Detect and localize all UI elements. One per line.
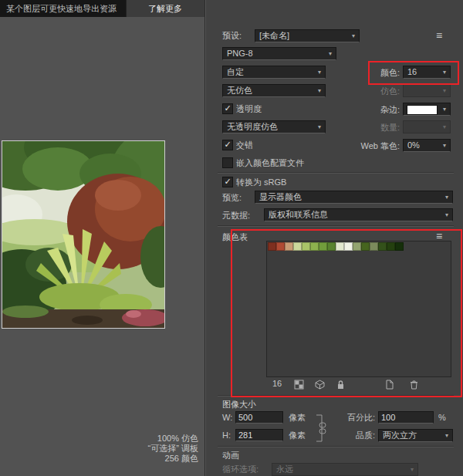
color-swatch[interactable] xyxy=(336,242,344,251)
height-label: H: xyxy=(222,429,231,442)
chevron-down-icon xyxy=(316,121,323,133)
color-swatch[interactable] xyxy=(302,242,310,251)
colors-value: 16 xyxy=(407,67,417,76)
status-palette: “可选择” 调板 xyxy=(46,444,198,454)
notification-message: 某个图层可更快速地导出资源 xyxy=(6,0,117,17)
color-swatch[interactable] xyxy=(276,242,285,251)
web-snap-label: Web 靠色: xyxy=(332,140,400,153)
loop-label: 循环选项: xyxy=(222,463,259,476)
metadata-label: 元数据: xyxy=(222,209,250,222)
animation-title: 动画 xyxy=(222,450,239,461)
quality-label: 品质: xyxy=(330,429,375,442)
format-dropdown[interactable]: PNG-8 xyxy=(222,47,336,60)
matte-dropdown[interactable] xyxy=(403,103,451,116)
status-colors: 256 颜色 xyxy=(46,454,198,464)
amount-label: 数量: xyxy=(340,121,400,134)
new-color-icon[interactable] xyxy=(384,380,395,390)
web-shift-icon[interactable] xyxy=(315,380,326,390)
color-swatch[interactable] xyxy=(353,242,361,251)
preview-label: 预览: xyxy=(222,191,242,204)
chevron-down-icon xyxy=(408,464,416,475)
transparency-checkbox[interactable] xyxy=(222,103,233,114)
chevron-down-icon xyxy=(441,66,448,78)
color-swatch[interactable] xyxy=(395,242,404,251)
chevron-down-icon xyxy=(316,85,323,96)
quality-dropdown[interactable]: 两次立方 xyxy=(378,429,453,442)
link-dimensions-icon xyxy=(313,413,329,447)
quality-value: 两次立方 xyxy=(383,430,417,440)
chevron-down-icon xyxy=(443,209,451,221)
transparency-dither-dropdown[interactable]: 无透明度仿色 xyxy=(222,120,326,133)
color-swatch[interactable] xyxy=(319,242,327,251)
colors-label: 颜色: xyxy=(340,66,400,79)
color-table-title: 颜色表 xyxy=(222,231,248,242)
delete-color-icon[interactable] xyxy=(409,380,420,390)
interlaced-checkbox[interactable] xyxy=(222,140,233,150)
color-swatch[interactable] xyxy=(285,242,293,251)
web-snap-dropdown[interactable]: 0% xyxy=(403,139,451,152)
preview-status: 100% 仿色 “可选择” 调板 256 颜色 xyxy=(46,434,198,464)
chevron-down-icon xyxy=(443,430,451,441)
dither-mode-dropdown[interactable]: 无仿色 xyxy=(222,84,326,97)
matte-label: 杂边: xyxy=(340,103,400,116)
transparency-dither-value: 无透明度仿色 xyxy=(227,122,278,131)
color-swatch[interactable] xyxy=(268,242,276,251)
transparency-label: 透明度 xyxy=(236,103,262,116)
color-table[interactable] xyxy=(266,241,451,377)
divider xyxy=(218,446,454,447)
height-input[interactable] xyxy=(235,429,283,441)
status-dither: 100% 仿色 xyxy=(46,434,198,444)
dither-label: 仿色: xyxy=(340,85,400,98)
panel-menu-icon[interactable] xyxy=(432,29,446,42)
color-swatch[interactable] xyxy=(370,242,378,251)
amount-dropdown-disabled xyxy=(403,120,451,133)
format-value: PNG-8 xyxy=(227,49,253,58)
color-swatch[interactable] xyxy=(378,242,387,251)
preset-dropdown[interactable]: [未命名] xyxy=(255,29,360,42)
interlaced-label: 交错 xyxy=(236,139,253,152)
learn-more-button[interactable]: 了解更多 xyxy=(126,0,204,17)
palette-dropdown[interactable]: 自定 xyxy=(222,66,326,79)
lock-color-icon[interactable] xyxy=(336,380,346,390)
color-swatch[interactable] xyxy=(327,242,336,251)
color-swatch-strip xyxy=(268,242,404,251)
palette-value: 自定 xyxy=(227,67,244,76)
divider xyxy=(218,395,454,396)
dither-mode-value: 无仿色 xyxy=(227,86,252,95)
preview-dropdown[interactable]: 显示器颜色 xyxy=(255,191,453,204)
percent-label: 百分比: xyxy=(330,411,375,424)
colors-dropdown[interactable]: 16 xyxy=(403,66,451,79)
color-count: 16 xyxy=(272,379,282,388)
color-swatch[interactable] xyxy=(387,242,395,251)
width-unit: 像素 xyxy=(289,411,306,424)
chevron-down-icon xyxy=(441,85,448,96)
chevron-down-icon xyxy=(326,48,334,59)
divider xyxy=(218,225,454,226)
preview-value: 显示器颜色 xyxy=(259,192,302,201)
color-swatch[interactable] xyxy=(310,242,319,251)
chevron-down-icon xyxy=(441,121,448,133)
width-input[interactable] xyxy=(235,411,283,424)
loop-dropdown-disabled: 永远 xyxy=(272,463,418,476)
color-swatch[interactable] xyxy=(293,242,302,251)
divider xyxy=(218,172,454,173)
preview-pane: 100% 仿色 “可选择” 调板 256 颜色 xyxy=(0,17,208,476)
chevron-down-icon xyxy=(350,30,357,42)
loop-value: 永远 xyxy=(276,464,293,474)
metadata-dropdown[interactable]: 版权和联系信息 xyxy=(264,208,453,221)
chevron-down-icon xyxy=(441,140,448,151)
embed-profile-label: 嵌入颜色配置文件 xyxy=(236,157,304,170)
color-swatch[interactable] xyxy=(344,242,353,251)
image-size-title: 图像大小 xyxy=(222,399,256,410)
percent-input[interactable] xyxy=(378,411,434,424)
map-transparency-icon[interactable] xyxy=(294,380,305,390)
chevron-down-icon xyxy=(441,103,448,115)
metadata-value: 版权和联系信息 xyxy=(269,210,328,219)
height-unit: 像素 xyxy=(289,429,306,442)
preview-image[interactable] xyxy=(2,140,165,329)
convert-srgb-checkbox[interactable] xyxy=(222,177,233,187)
width-label: W: xyxy=(222,411,232,424)
embed-profile-checkbox[interactable] xyxy=(222,157,233,168)
color-swatch[interactable] xyxy=(361,242,370,251)
garden-photo xyxy=(2,141,164,328)
